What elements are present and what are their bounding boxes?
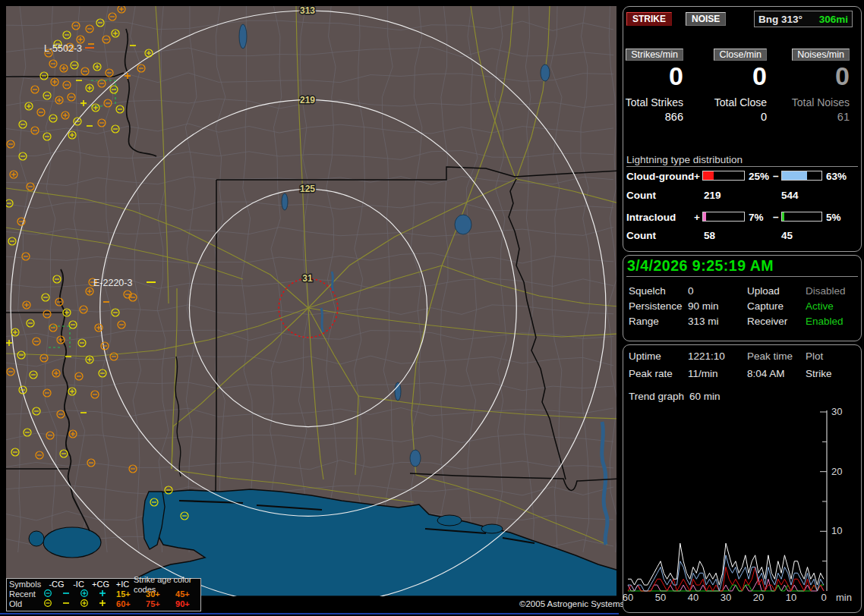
copyright-text: ©2005 Astrogenic Systems	[519, 599, 624, 608]
old-ic-plus-icon	[93, 599, 112, 610]
distribution-title: Lightning type distribution	[626, 154, 743, 165]
close-per-min-value: 0	[694, 63, 767, 89]
stats-row-2: Peak rate 11/min 8:04 AM Strike	[0, 368, 864, 380]
chart-y-label: 20	[831, 466, 842, 477]
total-close-value: 0	[694, 111, 767, 123]
bearing-value: Bng 313°	[758, 14, 803, 25]
sensor-label-1: L-5502-3	[44, 43, 82, 54]
strikes-counter: Strikes/min 0 Total Strikes 866	[610, 47, 683, 123]
chart-x-label: 30	[721, 592, 731, 603]
chart-x-label: 10	[786, 592, 796, 603]
trend-series--IC	[628, 585, 824, 591]
intracloud-row: Intracloud + 7% − 5%	[0, 212, 864, 222]
close-counter: Close/min 0 Total Close 0	[694, 47, 767, 123]
close-per-min-label: Close/min	[714, 49, 767, 61]
status-row-range: Range 313 mi Receiver Enabled	[0, 316, 864, 328]
chart-x-unit: min	[836, 592, 852, 603]
ring-label-219: 219	[300, 95, 315, 105]
total-noises-value: 61	[777, 111, 850, 123]
legend-col-pos-ic: +IC	[112, 580, 134, 589]
strike-trend-chart: 1020306050403020100min	[623, 401, 860, 610]
cg-minus-bar	[781, 171, 822, 181]
trend-series-+CG	[628, 567, 824, 592]
strike-symbol-legend: Symbols -CG -IC +CG +IC Strike age color…	[6, 578, 201, 611]
noises-per-min-value: 0	[777, 63, 850, 89]
status-row-persistence: Persistence 90 min Capture Active	[0, 300, 864, 313]
noises-counter: Noises/min 0 Total Noises 61	[777, 47, 850, 123]
chart-x-label: 50	[655, 592, 666, 603]
noise-mode-button[interactable]: NOISE	[686, 12, 726, 26]
chart-x-label: 60	[623, 592, 633, 603]
total-close-label: Total Close	[694, 96, 767, 108]
chart-x-label: 0	[821, 592, 826, 603]
chart-x-label: 20	[753, 592, 764, 603]
strikes-per-min-label: Strikes/min	[626, 49, 683, 61]
ic-plus-bar	[702, 212, 745, 222]
strikes-per-min-value: 0	[610, 63, 683, 89]
clock-divider	[626, 276, 858, 277]
stats-row-1: Uptime 1221:10 Peak time Plot	[0, 350, 864, 363]
date-time-display: 3/4/2026 9:25:19 AM	[627, 257, 774, 275]
ring-label-313: 313	[300, 5, 315, 16]
distribution-divider	[626, 166, 858, 167]
bearing-distance: 306mi	[819, 14, 848, 25]
strike-mode-button[interactable]: STRIKE	[626, 12, 672, 26]
total-strikes-value: 866	[610, 111, 683, 123]
noises-per-min-label: Noises/min	[792, 49, 850, 61]
status-row-squelch: Squelch 0 Upload Disabled	[0, 285, 864, 297]
bearing-readout: Bng 313° 306mi	[754, 11, 853, 27]
cloud-ground-count-row: Count 219 544	[0, 190, 864, 200]
window-bottom-edge	[0, 613, 619, 614]
total-strikes-label: Total Strikes	[610, 96, 683, 108]
intracloud-count-row: Count 58 45	[0, 230, 864, 240]
cloud-ground-row: Cloud-ground + 25% − 63%	[0, 171, 864, 181]
ic-minus-bar	[781, 212, 822, 222]
chart-y-label: 30	[831, 406, 842, 417]
ring-label-31: 31	[302, 273, 313, 284]
total-noises-label: Total Noises	[777, 96, 850, 108]
cg-plus-bar	[702, 171, 745, 181]
chart-y-label: 10	[831, 525, 842, 536]
trend-series-+IC	[628, 579, 824, 591]
chart-x-label: 40	[688, 592, 698, 603]
old-cg-plus-icon	[75, 599, 93, 610]
old-cg-minus-icon	[39, 599, 58, 610]
legend-row-old: Old 60+ 75+ 90+	[9, 599, 200, 609]
old-ic-minus-icon	[57, 599, 75, 610]
